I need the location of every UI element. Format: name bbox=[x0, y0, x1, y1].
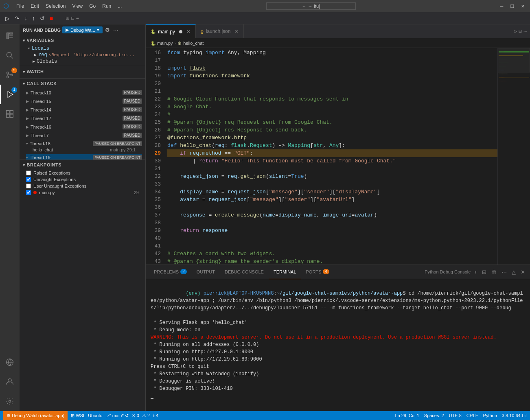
split-editor-icon[interactable]: ⊞ bbox=[66, 15, 69, 22]
status-encoding-item[interactable]: UTF-8 bbox=[449, 413, 462, 418]
locals-tree-item[interactable]: ▾ Locals bbox=[26, 45, 145, 52]
split-editor-right-icon[interactable]: ⊟ bbox=[519, 28, 522, 35]
tab-main-py[interactable]: 🐍 main.py ✕ bbox=[146, 24, 196, 38]
watch-header[interactable]: ▾ WATCH bbox=[20, 67, 145, 77]
menu-file[interactable]: File bbox=[14, 2, 26, 10]
titlebar-left: ⬡ File Edit Selection View Go Run ... bbox=[3, 2, 124, 10]
activity-search[interactable] bbox=[0, 46, 20, 65]
panel-tab-ports[interactable]: PORTS 4 bbox=[301, 265, 334, 279]
svg-point-8 bbox=[12, 94, 13, 95]
code-content[interactable]: from typing import Any, Mapping import f… bbox=[164, 48, 497, 265]
frame-hello-chat-18[interactable]: hello_chat main.py 29:1 bbox=[26, 147, 142, 153]
kill-terminal-button[interactable]: 🗑 bbox=[490, 268, 498, 276]
menu-run[interactable]: Run bbox=[100, 2, 114, 10]
status-errors-item[interactable]: ✕ 0 ⚠ 2 bbox=[132, 413, 150, 418]
breadcrumb-file[interactable]: main.py bbox=[157, 41, 173, 46]
req-value: <Request 'http://charming-tro... bbox=[49, 52, 135, 57]
code-line-41 bbox=[167, 242, 497, 250]
debug-step-out-button[interactable]: ↑ bbox=[30, 14, 37, 22]
panel-close-button[interactable]: ✕ bbox=[519, 268, 527, 276]
activity-explorer[interactable] bbox=[0, 26, 20, 46]
panel-tab-output[interactable]: OUTPUT bbox=[192, 265, 220, 279]
panel-tab-debug-console[interactable]: DEBUG CONSOLE bbox=[220, 265, 269, 279]
terminal-line-6: * Running on http://172.29.61.89:9000 bbox=[151, 356, 525, 363]
status-info-item[interactable]: ℹ 4 bbox=[153, 413, 158, 418]
status-left: ⚙ Debug Watch (avatar-app) ⊞ WSL: Ubuntu… bbox=[3, 411, 158, 420]
line-numbers: 16 17 18 19 20 21 22 23 24 25 26 27 28 2… bbox=[146, 48, 164, 265]
wsl-label: WSL: Ubuntu bbox=[76, 413, 102, 418]
more-editor-icon[interactable]: ⋯ bbox=[76, 15, 79, 22]
split-terminal-button[interactable]: ⊟ bbox=[480, 268, 488, 276]
status-git-item[interactable]: ⎇ main* ↺ bbox=[106, 413, 129, 418]
status-language-item[interactable]: Python bbox=[483, 413, 497, 418]
debug-step-into-button[interactable]: ↓ bbox=[22, 14, 29, 22]
activity-account[interactable] bbox=[0, 372, 20, 392]
terminal-content[interactable]: (env) pierrick@LAPTOP-HKU5PNNG:~/git/goo… bbox=[146, 279, 530, 411]
tab-launch-close[interactable]: ✕ bbox=[234, 28, 239, 34]
breadcrumb-function[interactable]: hello_chat bbox=[183, 41, 204, 46]
status-python-version-item[interactable]: 3.8.10 64-bit bbox=[502, 413, 527, 418]
tab-spacer bbox=[244, 24, 510, 38]
panel-tab-problems[interactable]: PROBLEMS 2 bbox=[149, 265, 192, 279]
terminal-more-button[interactable]: ⋯ bbox=[500, 268, 508, 276]
git-branch-icon: ⎇ bbox=[106, 413, 111, 418]
activity-source-control[interactable]: 5 bbox=[0, 65, 20, 85]
menu-view[interactable]: View bbox=[70, 2, 85, 10]
debug-more-button[interactable]: ⋯ bbox=[112, 26, 119, 34]
terminal-line-3: * Debug mode: on bbox=[151, 326, 525, 334]
bp-main-checkbox[interactable] bbox=[26, 190, 31, 195]
menu-selection[interactable]: Selection bbox=[43, 2, 68, 10]
menu-more[interactable]: ... bbox=[115, 2, 124, 10]
debug-settings-button[interactable]: ⚙ bbox=[104, 26, 111, 34]
call-stack-header[interactable]: ▾ CALL STACK bbox=[20, 79, 145, 88]
minimize-button[interactable]: — bbox=[498, 2, 506, 10]
titlebar-menu: File Edit Selection View Go Run ... bbox=[14, 2, 124, 10]
more-actions-icon[interactable]: ⋯ bbox=[523, 28, 527, 35]
activity-extensions[interactable] bbox=[0, 104, 20, 124]
new-terminal-button[interactable]: + bbox=[472, 268, 479, 276]
activity-remote[interactable] bbox=[0, 352, 20, 372]
debug-stop-button[interactable]: ■ bbox=[48, 14, 55, 22]
status-spaces-item[interactable]: Spaces: 2 bbox=[424, 413, 444, 418]
svg-rect-10 bbox=[10, 111, 13, 114]
call-stack-label: CALL STACK bbox=[27, 81, 57, 86]
status-wsl-item[interactable]: ⊞ WSL: Ubuntu bbox=[71, 413, 102, 418]
start-debug-button[interactable]: ▶ Debug Wa... ▾ bbox=[62, 26, 103, 33]
nav-back[interactable]: ← bbox=[302, 4, 307, 9]
variables-header[interactable]: ▾ VARIABLES bbox=[20, 35, 145, 45]
debug-step-over-button[interactable]: ↷ bbox=[13, 14, 22, 22]
debug-continue-button[interactable]: ▷ bbox=[3, 14, 12, 22]
svg-rect-9 bbox=[7, 111, 10, 114]
status-position-item[interactable]: Ln 29, Col 1 bbox=[395, 413, 419, 418]
activity-debug[interactable]: 1 bbox=[0, 85, 20, 104]
call-stack-chevron: ▾ bbox=[23, 81, 25, 86]
req-variable[interactable]: ▶ req <Request 'http://charming-tro... bbox=[33, 52, 145, 58]
status-line-ending-item[interactable]: CRLF bbox=[466, 413, 478, 418]
panel-tab-terminal[interactable]: TERMINAL bbox=[269, 265, 301, 279]
bp-raised-checkbox[interactable] bbox=[26, 171, 31, 175]
code-line-30: | return "Hello! This function must be c… bbox=[167, 157, 497, 165]
svg-point-4 bbox=[7, 72, 9, 74]
nav-forward[interactable]: → bbox=[308, 4, 313, 9]
error-count: 0 bbox=[137, 413, 139, 418]
panel-maximize-button[interactable]: △ bbox=[510, 268, 517, 276]
status-debug-item[interactable]: ⚙ Debug Watch (avatar-app) bbox=[3, 411, 68, 420]
close-button[interactable]: ✕ bbox=[519, 2, 527, 10]
menu-edit[interactable]: Edit bbox=[28, 2, 42, 10]
maximize-button[interactable]: □ bbox=[508, 2, 516, 10]
vscode-icon: ⬡ bbox=[3, 2, 9, 10]
globals-tree-item[interactable]: ▶ Globals bbox=[26, 58, 145, 65]
menu-go[interactable]: Go bbox=[87, 2, 98, 10]
tab-main-close[interactable]: ✕ bbox=[186, 29, 191, 35]
bp-uncaught-checkbox[interactable] bbox=[26, 177, 31, 182]
debug-restart-button[interactable]: ↺ bbox=[38, 14, 47, 22]
code-editor[interactable]: 16 17 18 19 20 21 22 23 24 25 26 27 28 2… bbox=[146, 48, 530, 265]
bp-user-uncaught-checkbox[interactable] bbox=[26, 184, 31, 188]
activity-settings[interactable] bbox=[0, 392, 20, 411]
layout-icon[interactable]: ⊟ bbox=[71, 15, 74, 22]
req-chevron: ▶ bbox=[34, 52, 37, 57]
code-line-42: # Creates a card with two widgets. bbox=[167, 250, 497, 258]
tab-launch-json[interactable]: {} launch.json ✕ bbox=[196, 24, 244, 38]
breakpoints-header[interactable]: ▾ BREAKPOINTS bbox=[20, 160, 145, 170]
run-file-icon[interactable]: ▷ bbox=[514, 28, 517, 35]
